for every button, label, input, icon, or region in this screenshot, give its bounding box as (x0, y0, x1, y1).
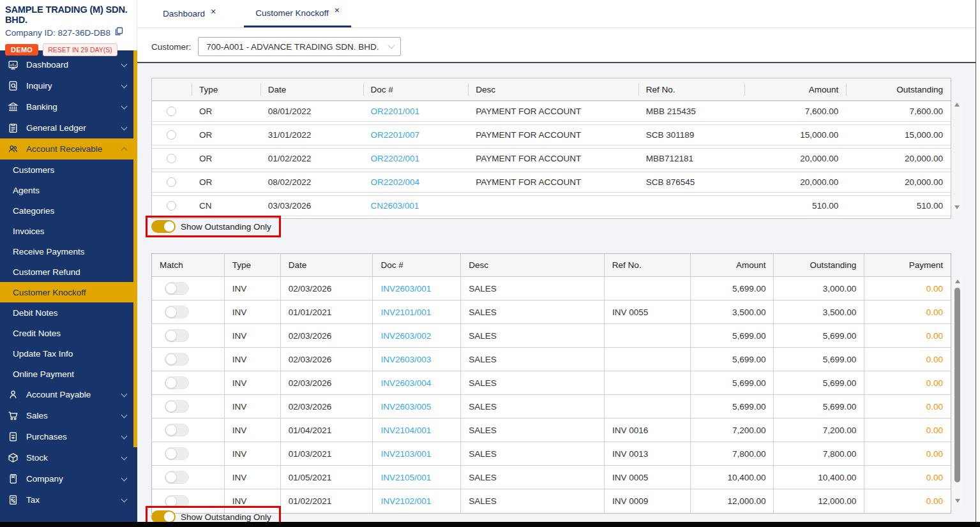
chevron-down-icon (121, 124, 128, 130)
cell-date: 01/03/2021 (281, 442, 373, 465)
tab-customer-knockoff[interactable]: Customer Knockoff × (244, 0, 351, 27)
scroll-up-icon[interactable] (955, 279, 960, 283)
sidebar-item-general-ledger[interactable]: General Ledger (0, 117, 137, 138)
match-toggle[interactable] (165, 471, 189, 484)
sidebar-item-inquiry[interactable]: Inquiry (0, 75, 137, 96)
scrollbar-thumb[interactable] (954, 288, 960, 482)
tab-dashboard[interactable]: Dashboard × (151, 0, 227, 27)
close-icon[interactable]: × (211, 6, 216, 17)
copy-icon[interactable] (114, 27, 123, 38)
cell-outstanding: 5,699.00 (774, 348, 864, 371)
row-select-radio[interactable] (167, 130, 176, 140)
toggle-knob (165, 424, 177, 436)
sidebar-subitem[interactable]: Credit Notes (0, 323, 137, 343)
sidebar-subitem[interactable]: Invoices (0, 221, 137, 241)
show-outstanding-toggle[interactable] (151, 220, 176, 233)
sidebar-item-tax[interactable]: Tax (0, 489, 137, 510)
cell-type: OR (192, 101, 260, 121)
doc-link[interactable]: OR2201/007 (371, 130, 420, 140)
row-select-radio[interactable] (167, 154, 176, 163)
doc-link[interactable]: INV2603/002 (381, 331, 431, 341)
sidebar-item-dashboard[interactable]: Dashboard (0, 54, 137, 75)
doc-link[interactable]: INV2603/001 (381, 284, 431, 293)
cell-type: OR (192, 125, 260, 145)
match-toggle[interactable] (165, 400, 189, 413)
column-header-desc: Desc (461, 254, 605, 276)
doc-link[interactable]: CN2603/001 (371, 201, 419, 211)
doc-link[interactable]: OR2202/004 (371, 177, 420, 187)
sidebar-item-sales[interactable]: Sales (0, 405, 137, 426)
toggle-label: Show Outstanding Only (181, 222, 271, 232)
doc-link[interactable]: OR2201/001 (371, 107, 420, 116)
column-header-type: Type (192, 78, 260, 100)
cell-amount: 5,699.00 (691, 371, 774, 394)
scroll-down-icon[interactable] (954, 205, 960, 209)
sidebar-subitem[interactable]: Update Tax Info (0, 343, 137, 364)
match-toggle[interactable] (165, 376, 189, 389)
sidebar-subitem[interactable]: Debit Notes (0, 302, 137, 323)
cell-payment[interactable]: 0.00 (864, 348, 951, 371)
cell-payment[interactable]: 0.00 (864, 277, 951, 300)
cell-payment[interactable]: 0.00 (864, 324, 951, 347)
match-toggle[interactable] (165, 424, 189, 436)
sidebar-item-stock[interactable]: Stock (0, 447, 137, 468)
column-header-match: Match (152, 254, 225, 276)
doc-link[interactable]: OR2202/001 (371, 154, 420, 163)
show-outstanding-toggle[interactable] (151, 510, 176, 523)
cell-payment[interactable]: 0.00 (864, 489, 951, 513)
doc-link[interactable]: INV2101/001 (381, 308, 431, 317)
sidebar-subitem[interactable]: Online Payment (0, 364, 137, 384)
match-toggle[interactable] (165, 306, 189, 318)
column-header-date: Date (260, 78, 363, 100)
sidebar-item-account-receivable[interactable]: Account Receivable (0, 138, 137, 160)
cell-payment[interactable]: 0.00 (864, 442, 951, 465)
cell-payment[interactable]: 0.00 (864, 371, 951, 394)
close-icon[interactable]: × (335, 5, 340, 15)
doc-link[interactable]: INV2603/003 (381, 355, 431, 364)
invoice-table-scrollbar[interactable] (953, 277, 962, 505)
match-toggle[interactable] (165, 353, 189, 366)
sidebar-subitem[interactable]: Customer Refund (0, 262, 137, 282)
doc-link[interactable]: INV2603/004 (381, 378, 431, 388)
table-row: INV 02/03/2026 INV2603/001 SALES 5,699.0… (152, 277, 951, 301)
sidebar-item-purchases[interactable]: Purchases (0, 426, 137, 447)
cell-outstanding: 20,000.00 (846, 172, 951, 192)
cell-payment[interactable]: 0.00 (864, 419, 951, 442)
credit-table-scrollbar[interactable] (953, 100, 961, 212)
sidebar-subitem[interactable]: Agents (0, 180, 137, 200)
sidebar-subitem[interactable]: Customers (0, 160, 137, 180)
row-select-radio[interactable] (167, 177, 176, 187)
match-toggle[interactable] (165, 282, 189, 295)
match-toggle[interactable] (165, 329, 189, 342)
cell-ref: MBB712181 (638, 149, 744, 168)
customer-dropdown[interactable]: 700-A001 - ADVANCE TRADING SDN. BHD. (198, 37, 401, 56)
doc-link[interactable]: INV2104/001 (381, 426, 431, 435)
cell-outstanding: 7,800.00 (774, 442, 864, 465)
cell-payment[interactable]: 0.00 (864, 395, 951, 418)
cell-outstanding: 7,600.00 (846, 101, 951, 121)
cell-payment[interactable]: 0.00 (864, 301, 951, 323)
sidebar-subitem-label: Customer Refund (13, 267, 80, 277)
row-select-radio[interactable] (167, 201, 176, 211)
sidebar-item-company[interactable]: Company (0, 468, 137, 489)
sidebar-item-account-payable[interactable]: Account Payable (0, 384, 137, 405)
sidebar-item-banking[interactable]: Banking (0, 96, 137, 117)
row-select-radio[interactable] (167, 107, 176, 116)
doc-link[interactable]: INV2103/001 (381, 449, 431, 459)
doc-link[interactable]: INV2105/001 (381, 473, 431, 482)
scroll-up-icon[interactable] (954, 103, 960, 107)
sidebar-subitem-label: Customer Knockoff (13, 288, 86, 297)
doc-link[interactable]: INV2603/005 (381, 402, 431, 412)
sidebar-subitem[interactable]: Categories (0, 200, 137, 221)
doc-link[interactable]: INV2102/001 (381, 496, 431, 506)
sidebar-subitem[interactable]: Customer Knockoff (0, 282, 137, 302)
match-toggle[interactable] (165, 447, 189, 460)
chevron-down-icon (121, 61, 128, 67)
scroll-down-icon[interactable] (955, 499, 960, 503)
table-row: INV 01/04/2021 INV2104/001 SALES INV 001… (152, 419, 951, 442)
cell-payment[interactable]: 0.00 (864, 466, 951, 489)
sidebar-subitem[interactable]: Receive Payments (0, 241, 137, 262)
sidebar-subitem-label: Invoices (13, 226, 45, 236)
table-row: CN 03/03/2026 CN2603/001 510.00 510.00 (152, 195, 951, 216)
chevron-down-icon (388, 41, 395, 48)
